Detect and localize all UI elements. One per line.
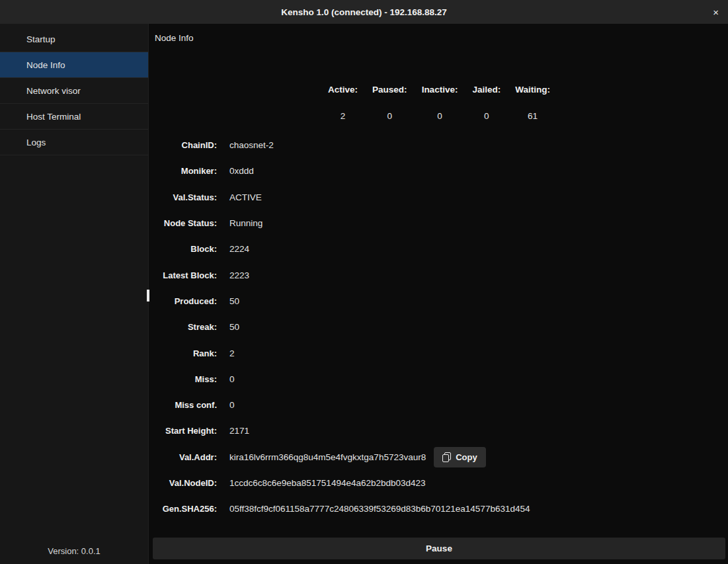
close-icon[interactable]: × xyxy=(713,7,719,17)
window-title: Kensho 1.0 (connected) - 192.168.88.27 xyxy=(281,7,447,17)
field-label: Gen.SHA256: xyxy=(153,504,217,514)
field-row-produced: Produced:50 xyxy=(153,288,725,314)
field-label: ChainID: xyxy=(153,140,217,150)
main-content: Node Info Active:2Paused:0Inactive:0Jail… xyxy=(149,24,728,564)
stat-value: 0 xyxy=(484,111,489,122)
field-label: Val.NodeID: xyxy=(153,478,217,488)
copy-button-label: Copy xyxy=(456,452,477,462)
field-value-wrap: 0 xyxy=(229,374,725,384)
stat-value: 61 xyxy=(528,111,538,122)
copy-button[interactable]: Copy xyxy=(434,447,486,467)
field-label: Latest Block: xyxy=(153,270,217,280)
stat-label: Inactive: xyxy=(422,85,458,95)
field-label: Miss: xyxy=(153,374,217,384)
field-value-wrap: 05ff38fcf9cf061158a7777c24806339f53269d8… xyxy=(229,504,725,514)
copy-icon xyxy=(442,452,451,462)
field-row-latest-block: Latest Block:2223 xyxy=(153,262,725,288)
field-label: Val.Status: xyxy=(153,192,217,202)
sidebar-item-startup[interactable]: Startup xyxy=(0,26,148,52)
version-label: Version: 0.0.1 xyxy=(0,546,148,564)
field-value: 05ff38fcf9cf061158a7777c24806339f53269d8… xyxy=(229,504,530,514)
window-body: StartupNode InfoNetwork visorHost Termin… xyxy=(0,24,728,564)
field-value-wrap: 0xddd xyxy=(229,166,725,176)
field-row-val-addr: Val.Addr:kira16lv6rrm366qg8u4m5e4fvgkxtg… xyxy=(153,444,725,470)
field-row-val-nodeid: Val.NodeID:1ccdc6c8c6e9eba851751494e4a62… xyxy=(153,470,725,496)
field-label: Miss conf. xyxy=(153,400,217,410)
field-row-streak: Streak:50 xyxy=(153,314,725,340)
field-value: ACTIVE xyxy=(229,192,262,202)
field-value: 0 xyxy=(229,400,235,410)
field-value-wrap: 0 xyxy=(229,400,725,410)
sidebar-item-label: Host Terminal xyxy=(26,112,81,122)
stat-value: 0 xyxy=(387,111,393,122)
field-row-node-status: Node Status:Running xyxy=(153,210,725,236)
field-label: Start Height: xyxy=(153,426,217,436)
field-value: 0 xyxy=(229,374,235,384)
stat-waiting: Waiting:61 xyxy=(515,85,550,122)
field-value-wrap: 50 xyxy=(229,296,725,306)
field-value: 1ccdc6c8c6e9eba851751494e4a62b2bdb03d423 xyxy=(229,478,426,488)
field-label: Val.Addr: xyxy=(153,452,217,462)
field-value: 2 xyxy=(229,348,235,358)
field-value-wrap: 1ccdc6c8c6e9eba851751494e4a62b2bdb03d423 xyxy=(229,478,725,488)
field-value-wrap: 2 xyxy=(229,348,725,358)
field-value-wrap: ACTIVE xyxy=(229,192,725,202)
field-value: 50 xyxy=(229,296,239,306)
sidebar-item-host-terminal[interactable]: Host Terminal xyxy=(0,104,148,130)
stat-active: Active:2 xyxy=(328,85,358,122)
sidebar-item-label: Startup xyxy=(26,34,56,44)
sidebar: StartupNode InfoNetwork visorHost Termin… xyxy=(0,24,149,564)
titlebar: Kensho 1.0 (connected) - 192.168.88.27 × xyxy=(0,0,728,24)
field-value: kira16lv6rrm366qg8u4m5e4fvgkxtga7h5723va… xyxy=(229,452,426,462)
field-label: Block: xyxy=(153,244,217,254)
field-label: Streak: xyxy=(153,322,217,332)
sidebar-item-label: Logs xyxy=(26,138,46,147)
sidebar-item-network-visor[interactable]: Network visor xyxy=(0,78,148,104)
field-row-rank: Rank:2 xyxy=(153,340,725,366)
field-row-gen-sha256: Gen.SHA256:05ff38fcf9cf061158a7777c24806… xyxy=(153,496,725,522)
field-value-wrap: kira16lv6rrm366qg8u4m5e4fvgkxtga7h5723va… xyxy=(229,447,725,467)
sidebar-item-label: Network visor xyxy=(26,86,81,96)
field-value: Running xyxy=(229,218,263,228)
node-info-fields: ChainID:chaosnet-2Moniker:0xdddVal.Statu… xyxy=(153,132,725,522)
sidebar-item-label: Node Info xyxy=(26,60,65,70)
field-row-chainid: ChainID:chaosnet-2 xyxy=(153,132,725,158)
text-caret xyxy=(147,290,149,302)
stat-label: Active: xyxy=(328,85,358,95)
field-row-miss: Miss:0 xyxy=(153,366,725,392)
field-value-wrap: chaosnet-2 xyxy=(229,140,725,150)
stat-jailed: Jailed:0 xyxy=(472,85,501,122)
field-value: 50 xyxy=(229,322,239,332)
field-row-moniker: Moniker:0xddd xyxy=(153,158,725,184)
sidebar-item-logs[interactable]: Logs xyxy=(0,130,148,155)
field-label: Produced: xyxy=(153,296,217,306)
stat-label: Jailed: xyxy=(472,85,501,95)
field-value-wrap: 50 xyxy=(229,322,725,332)
field-label: Rank: xyxy=(153,348,217,358)
field-value: 2224 xyxy=(229,244,249,254)
field-value-wrap: Running xyxy=(229,218,725,228)
field-row-start-height: Start Height:2171 xyxy=(153,418,725,444)
app-window: Kensho 1.0 (connected) - 192.168.88.27 ×… xyxy=(0,0,728,564)
field-row-block: Block:2224 xyxy=(153,236,725,262)
field-value: 2223 xyxy=(229,270,249,280)
field-row-val-status: Val.Status:ACTIVE xyxy=(153,184,725,210)
stat-value: 0 xyxy=(437,111,442,122)
field-label: Moniker: xyxy=(153,166,217,176)
field-value-wrap: 2224 xyxy=(229,244,725,254)
sidebar-nav: StartupNode InfoNetwork visorHost Termin… xyxy=(0,24,148,155)
field-value: chaosnet-2 xyxy=(229,140,274,150)
validator-stats: Active:2Paused:0Inactive:0Jailed:0Waitin… xyxy=(153,85,725,122)
stat-label: Paused: xyxy=(372,85,407,95)
field-row-miss-conf: Miss conf.0 xyxy=(153,392,725,418)
stat-label: Waiting: xyxy=(515,85,550,95)
sidebar-item-node-info[interactable]: Node Info xyxy=(0,52,148,78)
field-value: 0xddd xyxy=(229,166,254,176)
stat-value: 2 xyxy=(341,111,346,122)
field-value-wrap: 2223 xyxy=(229,270,725,280)
section-title: Node Info xyxy=(153,33,725,44)
stat-inactive: Inactive:0 xyxy=(422,85,458,122)
pause-button[interactable]: Pause xyxy=(153,538,725,559)
field-value-wrap: 2171 xyxy=(229,426,725,436)
field-label: Node Status: xyxy=(153,218,217,228)
